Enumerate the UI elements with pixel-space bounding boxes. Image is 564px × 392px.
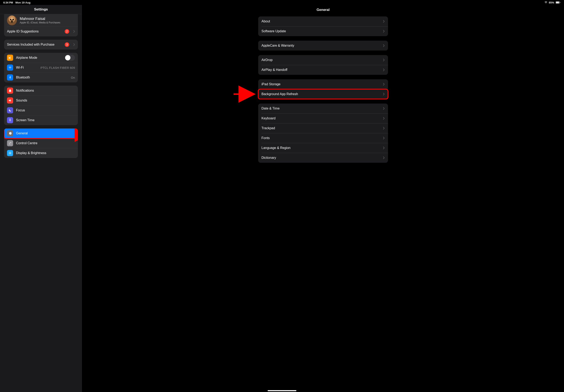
airplane-mode-toggle[interactable]: [65, 55, 75, 61]
chevron-right-icon: [383, 20, 385, 23]
sliders-icon: [7, 140, 13, 146]
settings-sidebar[interactable]: Settings Mahnoor Faisal Apple ID, iCloud…: [0, 5, 82, 392]
wifi-icon: [544, 1, 548, 4]
software-update-row[interactable]: Software Update: [258, 26, 388, 36]
wifi-label: Wi-Fi: [16, 66, 38, 70]
account-name: Mahnoor Faisal: [20, 17, 75, 21]
date-time-label: Date & Time: [261, 107, 383, 110]
chevron-right-icon: [383, 83, 385, 86]
apple-id-suggestions-badge: 2: [65, 29, 69, 34]
focus-row[interactable]: Focus: [4, 105, 78, 115]
detail-pane[interactable]: General About Software Update AppleCare …: [82, 5, 564, 392]
background-app-refresh-row[interactable]: Background App Refresh: [258, 89, 388, 99]
about-label: About: [261, 19, 383, 23]
wifi-value: PTCL FLASH FIBER 609: [41, 66, 75, 70]
general-group-system: Date & Time Keyboard Trackpad Fonts Lang…: [258, 104, 388, 163]
gear-icon: [7, 130, 13, 136]
language-region-label: Language & Region: [261, 146, 383, 150]
chevron-right-icon: [383, 44, 385, 47]
brightness-icon: [7, 150, 13, 156]
device-group: General Control Centre Display & Brightn…: [4, 128, 78, 158]
alerts-group: Notifications Sounds Focus Screen Time: [4, 86, 78, 125]
chevron-right-icon: [383, 93, 385, 96]
airplane-mode-row[interactable]: Airplane Mode: [4, 53, 78, 63]
svg-rect-2: [560, 2, 560, 3]
general-group-applecare: AppleCare & Warranty: [258, 41, 388, 51]
about-row[interactable]: About: [258, 16, 388, 26]
dictionary-row[interactable]: Dictionary: [258, 153, 388, 163]
wifi-row[interactable]: Wi-Fi PTCL FLASH FIBER 609: [4, 63, 78, 72]
screen-time-row[interactable]: Screen Time: [4, 115, 78, 125]
chevron-right-icon: [383, 69, 385, 71]
svg-line-14: [9, 152, 9, 152]
bell-icon: [7, 87, 13, 94]
keyboard-row[interactable]: Keyboard: [258, 113, 388, 123]
chevron-right-icon: [383, 30, 385, 33]
airplane-mode-label: Airplane Mode: [16, 56, 62, 60]
general-group-connectivity: AirDrop AirPlay & Handoff: [258, 55, 388, 75]
chevron-right-icon: [383, 146, 385, 149]
ipad-storage-label: iPad Storage: [261, 82, 383, 86]
fonts-row[interactable]: Fonts: [258, 133, 388, 143]
wifi-icon: [7, 65, 13, 71]
account-group: Mahnoor Faisal Apple ID, iCloud, Media &…: [4, 14, 78, 36]
avatar: [7, 15, 17, 25]
services-badge: 3: [65, 42, 69, 47]
battery-icon: [555, 1, 561, 4]
status-date: Mon 19 Aug: [15, 1, 30, 4]
screen-time-label: Screen Time: [16, 118, 75, 122]
control-centre-label: Control Centre: [16, 141, 75, 145]
apple-id-suggestions-label: Apple ID Suggestions: [7, 29, 62, 33]
applecare-row[interactable]: AppleCare & Warranty: [258, 41, 388, 51]
account-subtitle: Apple ID, iCloud, Media & Purchases: [20, 21, 75, 24]
chevron-right-icon: [73, 43, 75, 46]
chevron-right-icon: [73, 30, 75, 33]
airplay-row[interactable]: AirPlay & Handoff: [258, 65, 388, 75]
svg-rect-1: [556, 2, 559, 3]
notifications-row[interactable]: Notifications: [4, 86, 78, 96]
chevron-right-icon: [383, 137, 385, 140]
sounds-row[interactable]: Sounds: [4, 96, 78, 105]
moon-icon: [7, 107, 13, 113]
airdrop-row[interactable]: AirDrop: [258, 55, 388, 65]
chevron-right-icon: [383, 127, 385, 130]
svg-point-8: [10, 144, 11, 144]
airplay-label: AirPlay & Handoff: [261, 68, 383, 72]
chevron-right-icon: [383, 117, 385, 120]
apple-id-suggestions-row[interactable]: Apple ID Suggestions 2: [4, 27, 78, 36]
display-brightness-label: Display & Brightness: [16, 151, 75, 155]
svg-point-9: [9, 153, 11, 154]
date-time-row[interactable]: Date & Time: [258, 104, 388, 113]
status-bar: 6:34 PM Mon 19 Aug 85%: [0, 0, 564, 5]
chevron-right-icon: [383, 156, 385, 159]
trackpad-row[interactable]: Trackpad: [258, 123, 388, 133]
status-battery-pct: 85%: [549, 1, 554, 4]
bluetooth-row[interactable]: Bluetooth On: [4, 72, 78, 82]
airdrop-label: AirDrop: [261, 58, 383, 62]
general-row[interactable]: General: [4, 128, 78, 138]
general-group-storage: iPad Storage Background App Refresh: [258, 79, 388, 99]
sounds-label: Sounds: [16, 99, 75, 102]
bluetooth-label: Bluetooth: [16, 76, 68, 79]
display-brightness-row[interactable]: Display & Brightness: [4, 148, 78, 158]
ipad-storage-row[interactable]: iPad Storage: [258, 79, 388, 89]
general-label: General: [16, 131, 75, 135]
chevron-right-icon: [383, 107, 385, 110]
svg-line-17: [11, 152, 11, 152]
sidebar-title: Settings: [0, 5, 82, 14]
dictionary-label: Dictionary: [261, 156, 383, 160]
bluetooth-icon: [7, 74, 13, 81]
language-region-row[interactable]: Language & Region: [258, 143, 388, 153]
home-indicator: [268, 390, 296, 391]
control-centre-row[interactable]: Control Centre: [4, 138, 78, 148]
annotation-arrow-right: [233, 91, 256, 97]
detail-title: General: [82, 5, 564, 15]
speaker-icon: [7, 97, 13, 104]
notifications-label: Notifications: [16, 89, 75, 92]
svg-point-5: [9, 142, 10, 143]
account-row[interactable]: Mahnoor Faisal Apple ID, iCloud, Media &…: [4, 14, 78, 27]
keyboard-label: Keyboard: [261, 116, 383, 120]
services-row[interactable]: Services Included with Purchase 3: [4, 40, 78, 50]
applecare-label: AppleCare & Warranty: [261, 44, 383, 47]
airplane-icon: [7, 55, 13, 61]
